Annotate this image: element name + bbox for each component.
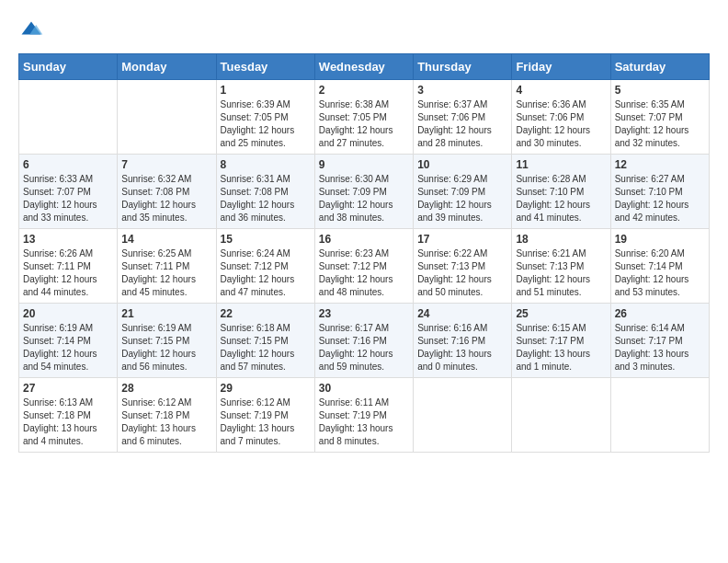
day-info: Sunrise: 6:13 AMSunset: 7:18 PMDaylight:… bbox=[23, 396, 113, 448]
day-number: 18 bbox=[516, 233, 606, 246]
day-number: 23 bbox=[319, 307, 409, 320]
day-number: 6 bbox=[23, 158, 113, 171]
day-number: 24 bbox=[417, 307, 507, 320]
calendar-week-1: 1Sunrise: 6:39 AMSunset: 7:05 PMDaylight… bbox=[19, 80, 710, 155]
calendar-cell: 5Sunrise: 6:35 AMSunset: 7:07 PMDaylight… bbox=[610, 80, 709, 155]
day-number: 10 bbox=[417, 158, 507, 171]
day-info: Sunrise: 6:21 AMSunset: 7:13 PMDaylight:… bbox=[516, 247, 606, 299]
calendar-cell: 6Sunrise: 6:33 AMSunset: 7:07 PMDaylight… bbox=[19, 155, 118, 229]
weekday-header-monday: Monday bbox=[118, 54, 216, 80]
calendar-cell: 16Sunrise: 6:23 AMSunset: 7:12 PMDayligh… bbox=[314, 229, 413, 304]
calendar-cell: 21Sunrise: 6:19 AMSunset: 7:15 PMDayligh… bbox=[118, 304, 216, 378]
calendar-cell: 17Sunrise: 6:22 AMSunset: 7:13 PMDayligh… bbox=[414, 229, 512, 304]
weekday-header-thursday: Thursday bbox=[414, 54, 512, 80]
calendar-cell: 20Sunrise: 6:19 AMSunset: 7:14 PMDayligh… bbox=[19, 304, 118, 378]
day-number: 19 bbox=[615, 233, 705, 246]
weekday-header-wednesday: Wednesday bbox=[314, 54, 413, 80]
day-info: Sunrise: 6:30 AMSunset: 7:09 PMDaylight:… bbox=[319, 173, 409, 224]
weekday-header-sunday: Sunday bbox=[19, 54, 118, 80]
day-info: Sunrise: 6:19 AMSunset: 7:15 PMDaylight:… bbox=[121, 322, 211, 373]
day-number: 11 bbox=[516, 158, 606, 171]
day-number: 15 bbox=[221, 233, 311, 246]
day-number: 29 bbox=[221, 382, 311, 395]
day-number: 4 bbox=[516, 84, 606, 97]
day-info: Sunrise: 6:23 AMSunset: 7:12 PMDaylight:… bbox=[319, 247, 409, 299]
day-number: 20 bbox=[23, 307, 113, 320]
calendar-cell: 2Sunrise: 6:38 AMSunset: 7:05 PMDaylight… bbox=[314, 80, 413, 155]
calendar-cell: 29Sunrise: 6:12 AMSunset: 7:19 PMDayligh… bbox=[216, 378, 314, 453]
calendar-cell: 28Sunrise: 6:12 AMSunset: 7:18 PMDayligh… bbox=[118, 378, 216, 453]
calendar-cell: 3Sunrise: 6:37 AMSunset: 7:06 PMDaylight… bbox=[414, 80, 512, 155]
day-info: Sunrise: 6:12 AMSunset: 7:18 PMDaylight:… bbox=[121, 396, 211, 448]
day-info: Sunrise: 6:20 AMSunset: 7:14 PMDaylight:… bbox=[615, 247, 705, 299]
day-info: Sunrise: 6:19 AMSunset: 7:14 PMDaylight:… bbox=[23, 322, 113, 373]
logo-icon bbox=[18, 18, 44, 44]
day-number: 2 bbox=[319, 84, 409, 97]
calendar-cell bbox=[118, 80, 216, 155]
calendar-cell: 14Sunrise: 6:25 AMSunset: 7:11 PMDayligh… bbox=[118, 229, 216, 304]
day-info: Sunrise: 6:26 AMSunset: 7:11 PMDaylight:… bbox=[23, 247, 113, 299]
calendar-week-2: 6Sunrise: 6:33 AMSunset: 7:07 PMDaylight… bbox=[19, 155, 710, 229]
calendar-cell bbox=[19, 80, 118, 155]
day-number: 12 bbox=[615, 158, 705, 171]
weekday-header-row: SundayMondayTuesdayWednesdayThursdayFrid… bbox=[19, 54, 710, 80]
day-number: 17 bbox=[417, 233, 507, 246]
calendar-cell: 12Sunrise: 6:27 AMSunset: 7:10 PMDayligh… bbox=[610, 155, 709, 229]
day-number: 7 bbox=[121, 158, 211, 171]
day-info: Sunrise: 6:31 AMSunset: 7:08 PMDaylight:… bbox=[221, 173, 311, 224]
day-number: 13 bbox=[23, 233, 113, 246]
calendar-cell: 11Sunrise: 6:28 AMSunset: 7:10 PMDayligh… bbox=[512, 155, 610, 229]
day-info: Sunrise: 6:32 AMSunset: 7:08 PMDaylight:… bbox=[121, 173, 211, 224]
day-info: Sunrise: 6:38 AMSunset: 7:05 PMDaylight:… bbox=[319, 98, 409, 150]
calendar-cell: 24Sunrise: 6:16 AMSunset: 7:16 PMDayligh… bbox=[414, 304, 512, 378]
day-number: 22 bbox=[221, 307, 311, 320]
calendar-cell bbox=[610, 378, 709, 453]
day-info: Sunrise: 6:33 AMSunset: 7:07 PMDaylight:… bbox=[23, 173, 113, 224]
calendar-cell: 27Sunrise: 6:13 AMSunset: 7:18 PMDayligh… bbox=[19, 378, 118, 453]
day-info: Sunrise: 6:17 AMSunset: 7:16 PMDaylight:… bbox=[319, 322, 409, 373]
calendar-cell: 18Sunrise: 6:21 AMSunset: 7:13 PMDayligh… bbox=[512, 229, 610, 304]
day-number: 25 bbox=[516, 307, 606, 320]
day-info: Sunrise: 6:28 AMSunset: 7:10 PMDaylight:… bbox=[516, 173, 606, 224]
weekday-header-tuesday: Tuesday bbox=[216, 54, 314, 80]
calendar-cell: 4Sunrise: 6:36 AMSunset: 7:06 PMDaylight… bbox=[512, 80, 610, 155]
calendar-cell: 8Sunrise: 6:31 AMSunset: 7:08 PMDaylight… bbox=[216, 155, 314, 229]
calendar-cell: 23Sunrise: 6:17 AMSunset: 7:16 PMDayligh… bbox=[314, 304, 413, 378]
day-number: 30 bbox=[319, 382, 409, 395]
calendar-cell: 19Sunrise: 6:20 AMSunset: 7:14 PMDayligh… bbox=[610, 229, 709, 304]
day-info: Sunrise: 6:24 AMSunset: 7:12 PMDaylight:… bbox=[221, 247, 311, 299]
day-number: 3 bbox=[417, 84, 507, 97]
day-info: Sunrise: 6:25 AMSunset: 7:11 PMDaylight:… bbox=[121, 247, 211, 299]
page-header bbox=[18, 18, 710, 44]
day-number: 16 bbox=[319, 233, 409, 246]
day-number: 28 bbox=[121, 382, 211, 395]
day-info: Sunrise: 6:12 AMSunset: 7:19 PMDaylight:… bbox=[221, 396, 311, 448]
weekday-header-friday: Friday bbox=[512, 54, 610, 80]
calendar-cell: 30Sunrise: 6:11 AMSunset: 7:19 PMDayligh… bbox=[314, 378, 413, 453]
calendar-cell: 1Sunrise: 6:39 AMSunset: 7:05 PMDaylight… bbox=[216, 80, 314, 155]
day-info: Sunrise: 6:16 AMSunset: 7:16 PMDaylight:… bbox=[417, 322, 507, 373]
day-number: 27 bbox=[23, 382, 113, 395]
day-number: 8 bbox=[221, 158, 311, 171]
calendar-table: SundayMondayTuesdayWednesdayThursdayFrid… bbox=[18, 53, 710, 453]
weekday-header-saturday: Saturday bbox=[610, 54, 709, 80]
calendar-cell: 15Sunrise: 6:24 AMSunset: 7:12 PMDayligh… bbox=[216, 229, 314, 304]
calendar-cell bbox=[512, 378, 610, 453]
day-info: Sunrise: 6:35 AMSunset: 7:07 PMDaylight:… bbox=[615, 98, 705, 150]
day-info: Sunrise: 6:36 AMSunset: 7:06 PMDaylight:… bbox=[516, 98, 606, 150]
day-number: 9 bbox=[319, 158, 409, 171]
calendar-cell: 9Sunrise: 6:30 AMSunset: 7:09 PMDaylight… bbox=[314, 155, 413, 229]
calendar-cell: 26Sunrise: 6:14 AMSunset: 7:17 PMDayligh… bbox=[610, 304, 709, 378]
calendar-week-4: 20Sunrise: 6:19 AMSunset: 7:14 PMDayligh… bbox=[19, 304, 710, 378]
calendar-week-3: 13Sunrise: 6:26 AMSunset: 7:11 PMDayligh… bbox=[19, 229, 710, 304]
day-number: 21 bbox=[121, 307, 211, 320]
day-info: Sunrise: 6:29 AMSunset: 7:09 PMDaylight:… bbox=[417, 173, 507, 224]
day-info: Sunrise: 6:18 AMSunset: 7:15 PMDaylight:… bbox=[221, 322, 311, 373]
day-info: Sunrise: 6:22 AMSunset: 7:13 PMDaylight:… bbox=[417, 247, 507, 299]
calendar-cell: 10Sunrise: 6:29 AMSunset: 7:09 PMDayligh… bbox=[414, 155, 512, 229]
day-number: 1 bbox=[221, 84, 311, 97]
day-info: Sunrise: 6:15 AMSunset: 7:17 PMDaylight:… bbox=[516, 322, 606, 373]
calendar-week-5: 27Sunrise: 6:13 AMSunset: 7:18 PMDayligh… bbox=[19, 378, 710, 453]
day-info: Sunrise: 6:37 AMSunset: 7:06 PMDaylight:… bbox=[417, 98, 507, 150]
calendar-cell: 22Sunrise: 6:18 AMSunset: 7:15 PMDayligh… bbox=[216, 304, 314, 378]
